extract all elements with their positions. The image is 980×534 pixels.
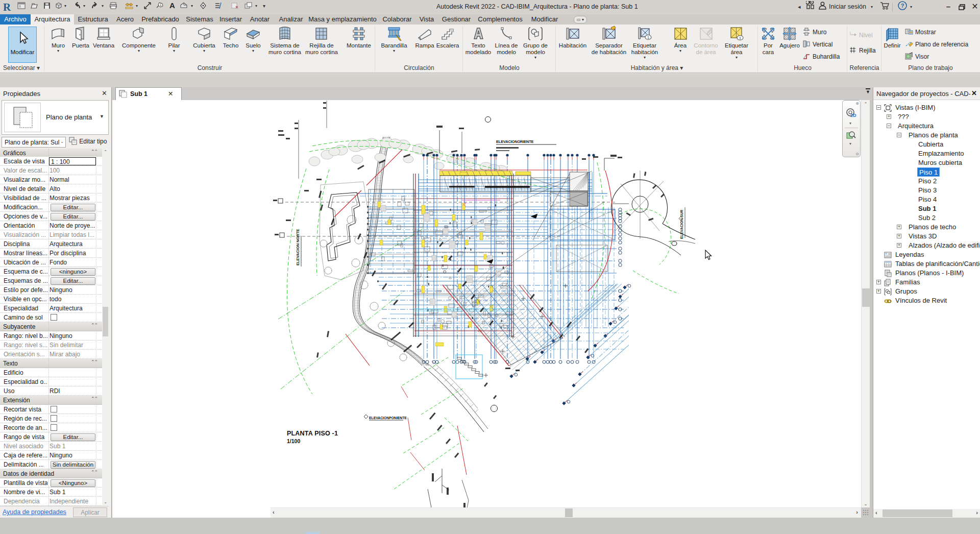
svg-text:1: 1 — [849, 31, 851, 34]
svg-text:1: 1 — [160, 3, 162, 7]
svg-text:1: 1 — [647, 36, 649, 39]
svg-text:ELEVACIONPONIENTE: ELEVACIONPONIENTE — [369, 416, 407, 420]
svg-text:ELEVACIONORIENTE: ELEVACIONORIENTE — [496, 139, 534, 144]
svg-text:PLANTA PISO -1: PLANTA PISO -1 — [287, 430, 338, 437]
svg-text:ELEVACION SUR: ELEVACION SUR — [680, 210, 683, 239]
svg-text:ELEVACION NORTE: ELEVACION NORTE — [296, 229, 300, 265]
svg-text:1/100: 1/100 — [287, 438, 300, 444]
svg-text:A: A — [169, 2, 175, 10]
svg-text:?: ? — [901, 3, 904, 9]
svg-text:1: 1 — [739, 36, 741, 40]
